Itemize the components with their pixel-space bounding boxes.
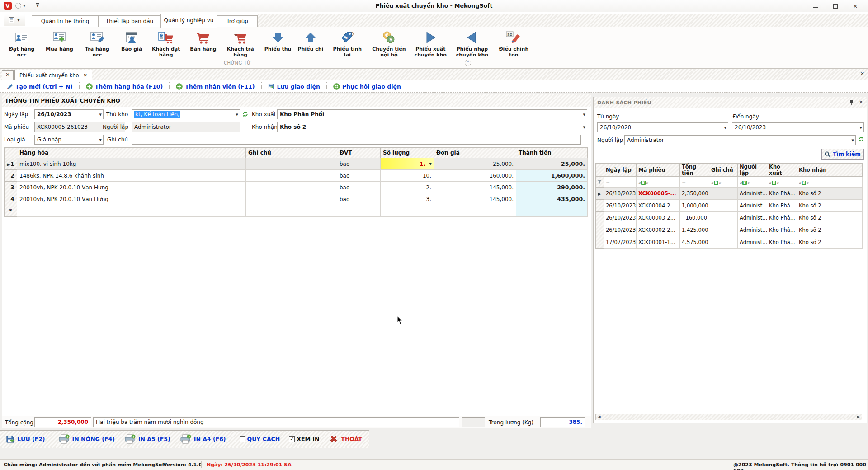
cell-kho-xuat[interactable]: Kho Phâ... [767,224,797,236]
new-button[interactable]: Tạo mới (Ctrl + N) [0,83,79,90]
column-header[interactable]: Mã phiếu [637,164,680,177]
column-header[interactable]: ĐVT [337,148,381,158]
new-row[interactable]: * [5,205,588,217]
nguoi-lap-filter-combobox[interactable]: Administrator▼ [624,135,856,145]
close-icon[interactable]: ✕ [83,73,87,78]
cell-thanh-tien[interactable]: 435,000. [516,193,588,205]
close-all-icon[interactable]: ✕ [860,71,864,77]
cell-don-gia[interactable]: 145,000. [434,193,516,205]
checkbox-checked-icon[interactable]: ✓ [289,436,295,442]
ngay-lap-datepicker[interactable]: 26/10/2023▼ [34,109,104,119]
cell-don-gia[interactable] [434,205,516,217]
cell-ma-phieu[interactable]: XCK00004-2... [637,200,680,212]
list-item[interactable]: ▶ 17/07/2023 XCK00001-1... 4,575,000 Adm… [596,236,863,249]
cell-ghi-chu[interactable] [246,170,337,182]
ribbon-item-mua-hang[interactable]: Mua hàng [42,28,76,52]
cell-ngay-lap[interactable]: 26/10/2023 [604,200,637,212]
chevron-down-icon[interactable]: ▼ [429,163,432,165]
application-menu-button[interactable]: ▼ [4,14,25,26]
restore-layout-button[interactable]: Phục hồi giao diện [327,83,407,90]
scroll-left-icon[interactable]: ◀ [596,414,603,420]
column-header[interactable]: Kho xuất [767,164,797,177]
column-header[interactable]: Đơn giá [434,148,516,158]
cell-ngay-lap[interactable]: 26/10/2023 [604,212,637,224]
print-hot-button[interactable]: ? IN NÓNG (F4) [59,434,115,444]
ribbon-item-dat-hang-ncc[interactable]: Đặt hàng ncc [1,28,42,58]
list-item[interactable]: ▶ 26/10/2023 XCK00002-2... 1,425,000 Adm… [596,224,863,236]
cell-hang-hoa[interactable]: 20010vh, NPK 20.0.10 Vạn Hưng [17,182,246,193]
cell-tong-tien[interactable]: 1,000,000 [680,200,709,212]
table-row[interactable]: ▶1 mix100, vi sinh 10kg bao 1.▼ 25,000. … [5,158,588,170]
cell-ma-phieu[interactable]: XCK00005-... [637,188,680,200]
chevron-down-icon[interactable]: ▼ [860,127,862,129]
ribbon-item-khach-tra-hang[interactable]: Khách trả hàng [220,28,261,58]
column-header[interactable]: Tổng tiền [680,164,709,177]
cell-kho-xuat[interactable]: Kho Phâ... [767,212,797,224]
kho-xuat-combobox[interactable]: Kho Phân Phối▼ [277,109,587,119]
close-tab-button[interactable]: ✕ [2,70,14,80]
filter-cell[interactable]: = aBc [767,177,797,188]
tab-quan-ly-nghiep-vu[interactable]: Quản lý nghiệp vụ [160,14,217,28]
list-item[interactable]: ▶ 26/10/2023 XCK00003-2... 160,000 Admin… [596,212,863,224]
cell-thanh-tien[interactable] [516,205,588,217]
checkbox-unchecked-icon[interactable] [240,436,245,442]
pin-icon[interactable] [849,100,854,105]
tab-thiet-lap-ban-dau[interactable]: Thiết lập ban đầu [99,15,160,27]
cell-nguoi-lap[interactable]: Administ... [738,188,767,200]
ribbon-item-phieu-tinh-lai[interactable]: $ Phiếu tính lãi [326,28,368,58]
cell-dvt[interactable]: bao [337,158,381,170]
list-item[interactable]: ▶ 26/10/2023 XCK00005-... 2,350,000 Admi… [596,188,863,200]
cell-ma-phieu[interactable]: XCK00003-2... [637,212,680,224]
column-header[interactable]: Thành tiền [516,148,588,158]
cell-ghi-chu[interactable] [246,205,337,217]
cell-kho-xuat[interactable]: Kho Phâ... [767,188,797,200]
den-ngay-datepicker[interactable]: 26/10/2023▼ [732,122,864,132]
maximize-button[interactable] [826,0,845,12]
horizontal-scrollbar[interactable]: ◀ ▶ [595,414,862,420]
cell-nguoi-lap[interactable]: Administ... [738,236,767,249]
cell-nguoi-lap[interactable]: Administ... [738,212,767,224]
cell-ghi-chu[interactable] [709,200,738,212]
add-item-button[interactable]: Thêm hàng hóa (F10) [80,83,169,90]
column-header[interactable]: Ngày lập [604,164,637,177]
filter-cell[interactable]: = aBc [738,177,767,188]
add-employee-button[interactable]: Thêm nhân viên (F11) [170,83,261,90]
refresh-icon[interactable] [858,136,864,144]
print-a5-button[interactable]: ? IN A5 (F5) [125,434,170,444]
ribbon-item-phieu-thu[interactable]: Phiếu thu [261,28,295,52]
cell-so-luong[interactable]: 1.▼ [381,158,434,170]
ribbon-item-tra-hang-ncc[interactable]: Trả hàng ncc [76,28,118,58]
chevron-down-icon[interactable]: ▼ [236,113,238,116]
cell-hang-hoa[interactable]: 20010vh, NPK 20.0.10 Vạn Hưng [17,193,246,205]
column-header[interactable]: Ghi chú [709,164,738,177]
cell-tong-tien[interactable]: 1,425,000 [680,224,709,236]
ghi-chu-input[interactable] [132,135,581,145]
cell-so-luong[interactable]: 2.▼ [381,182,434,193]
cell-kho-nhan[interactable]: Kho số 2 [797,212,863,224]
cell-ghi-chu[interactable] [709,212,738,224]
ribbon-item-ban-hang[interactable]: Bán hàng [187,28,219,52]
cell-ma-phieu[interactable]: XCK00002-2... [637,224,680,236]
cell-don-gia[interactable]: 25,000. [434,158,516,170]
cell-ghi-chu[interactable] [709,236,738,249]
ribbon-item-dieu-chinh-ton[interactable]: ab Điều chỉnh tồn [493,28,534,58]
column-header[interactable]: Số lượng [381,148,434,158]
kho-nhan-combobox[interactable]: Kho số 2▼ [277,122,587,132]
cell-dvt[interactable] [337,205,381,217]
ribbon-item-khach-dat-hang[interactable]: Khách đặt hàng [145,28,187,58]
exit-button[interactable]: THOÁT [329,434,362,443]
chevron-down-icon[interactable]: ▼ [583,113,585,116]
ribbon-item-phieu-nhap-chuyen-kho[interactable]: Phiếu nhập chuyển kho [451,28,493,58]
ribbon-item-phieu-chi[interactable]: Phiếu chi [294,28,326,52]
cell-ghi-chu[interactable] [709,188,738,200]
cell-so-luong[interactable] [381,205,434,217]
close-button[interactable]: ✕ [845,0,865,12]
ribbon-item-bao-gia[interactable]: Báo giá [118,28,145,52]
loai-gia-combobox[interactable]: Giá nhập▼ [34,135,104,145]
column-header[interactable]: Người lập [738,164,767,177]
quy-cach-checkbox[interactable]: QUY CÁCH [240,436,280,442]
tu-ngay-datepicker[interactable]: 26/10/2020▼ [597,122,728,132]
cell-tong-tien[interactable]: 4,575,000 [680,236,709,249]
cell-don-gia[interactable]: 145,000. [434,182,516,193]
print-a4-button[interactable]: ? IN A4 (F6) [180,434,226,444]
